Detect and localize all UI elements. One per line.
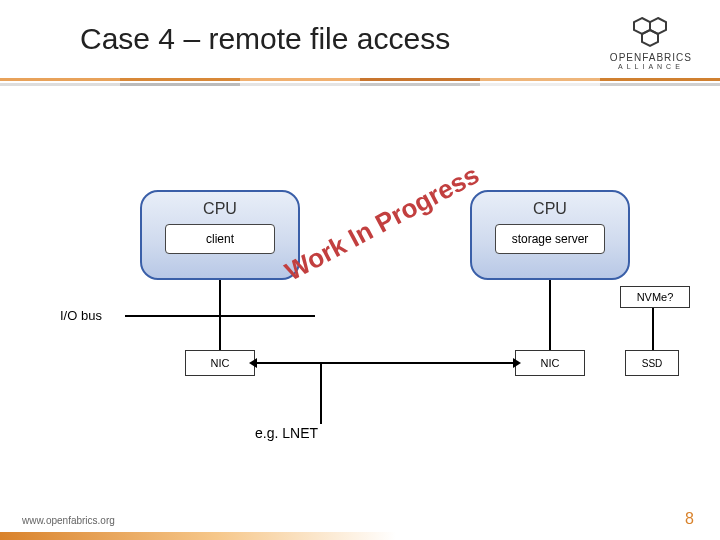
nic-right: NIC [515, 350, 585, 376]
storage-server-box: storage server [495, 224, 605, 254]
logo-sub: ALLIANCE [610, 63, 692, 70]
network-label-lead [320, 364, 322, 424]
svg-marker-2 [642, 30, 658, 46]
nic-left: NIC [185, 350, 255, 376]
client-box: client [165, 224, 275, 254]
page-title: Case 4 – remote file access [80, 22, 450, 56]
ssd-box: SSD [625, 350, 679, 376]
nvme-line [652, 308, 654, 350]
network-label: e.g. LNET [255, 425, 318, 441]
network-link-arrow [255, 362, 515, 364]
right-cpu-block: CPU storage server [470, 190, 630, 280]
logo: OPENFABRICS ALLIANCE [610, 16, 692, 70]
footer-gradient [0, 532, 720, 540]
io-bus-label: I/O bus [60, 308, 102, 323]
cpu-label-right: CPU [472, 200, 628, 218]
page-number: 8 [685, 510, 694, 528]
architecture-diagram: CPU client CPU storage server I/O bus NI… [0, 150, 720, 470]
nvme-box: NVMe? [620, 286, 690, 308]
work-in-progress-overlay: Work In Progress [280, 159, 484, 287]
left-cpu-block: CPU client [140, 190, 300, 280]
footer-url: www.openfabrics.org [22, 515, 115, 526]
slide: Case 4 – remote file access OPENFABRICS … [0, 0, 720, 540]
cpu-label-left: CPU [142, 200, 298, 218]
io-bus-line [125, 315, 315, 317]
decorative-band [0, 78, 720, 110]
right-bus-line [549, 280, 551, 350]
logo-name: OPENFABRICS [610, 52, 692, 63]
hex-logo-icon [628, 16, 674, 50]
